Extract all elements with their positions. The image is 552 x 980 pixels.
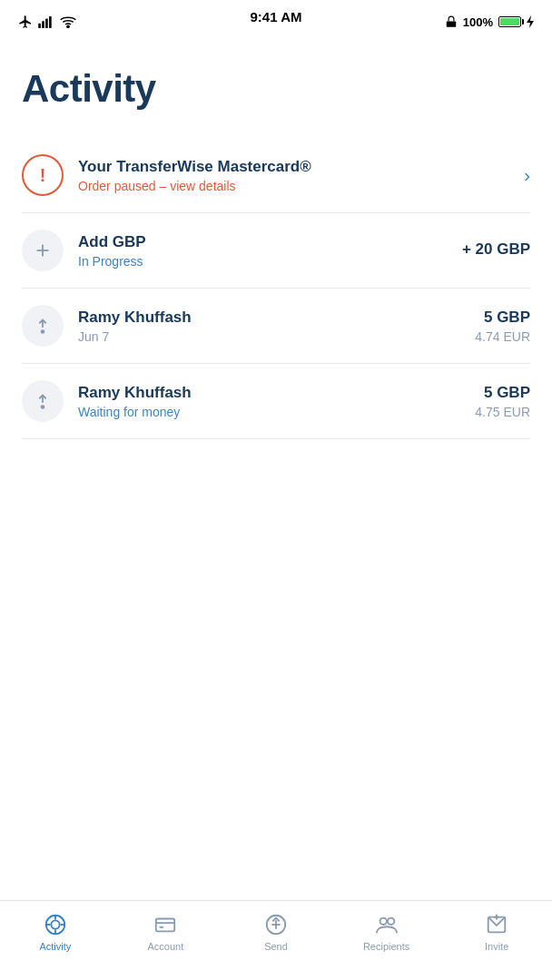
card-alert-subtitle: Order paused – view details xyxy=(78,179,515,193)
svg-rect-5 xyxy=(447,21,457,26)
plus-icon xyxy=(33,240,53,260)
transfer-tx-icon-1 xyxy=(22,305,64,347)
invite-nav-label: Invite xyxy=(485,941,508,952)
transfer-icon-2 xyxy=(33,391,53,411)
svg-rect-0 xyxy=(38,24,41,28)
tx-name-2: Ramy Khuffash xyxy=(78,384,475,402)
airplane-icon xyxy=(18,15,33,29)
tx-amounts-2: 5 GBP 4.75 EUR xyxy=(475,384,530,419)
add-tx-amounts: + 20 GBP xyxy=(462,240,530,261)
chevron-right-icon: › xyxy=(524,165,530,186)
tx-date-1: Jun 7 xyxy=(78,329,475,344)
transaction-item-2[interactable]: Ramy Khuffash Waiting for money 5 GBP 4.… xyxy=(22,364,530,439)
tx-secondary-2: 4.75 EUR xyxy=(475,405,530,419)
activity-list: ! Your TransferWise Mastercard® Order pa… xyxy=(22,138,530,439)
svg-marker-6 xyxy=(527,15,534,28)
tx-details-1: Ramy Khuffash Jun 7 xyxy=(78,309,475,344)
svg-rect-19 xyxy=(156,919,174,932)
svg-rect-2 xyxy=(45,19,48,29)
page-title: Activity xyxy=(22,67,530,111)
wifi-icon xyxy=(60,15,76,28)
add-tx-details: Add GBP In Progress xyxy=(78,233,462,269)
recipients-nav-label: Recipients xyxy=(363,941,409,952)
transaction-item[interactable]: Add GBP In Progress + 20 GBP xyxy=(22,213,530,289)
battery-percent: 100% xyxy=(463,15,493,29)
invite-nav-icon xyxy=(484,912,509,937)
svg-rect-1 xyxy=(42,21,44,28)
svg-point-25 xyxy=(380,918,386,925)
activity-nav-icon xyxy=(43,912,68,937)
send-nav-label: Send xyxy=(264,941,288,952)
signal-icon xyxy=(38,15,54,28)
nav-item-activity[interactable]: Activity xyxy=(0,910,111,952)
bottom-navigation: Activity Account Send xyxy=(0,900,552,980)
send-nav-icon xyxy=(263,912,289,937)
account-nav-icon xyxy=(153,912,178,937)
svg-rect-3 xyxy=(49,16,52,28)
tx-primary-2: 5 GBP xyxy=(475,384,530,402)
svg-point-14 xyxy=(51,920,59,928)
tx-secondary-1: 4.74 EUR xyxy=(475,329,530,344)
status-bar: 9:41 AM 100% xyxy=(0,0,552,40)
transaction-item-1[interactable]: Ramy Khuffash Jun 7 5 GBP 4.74 EUR xyxy=(22,289,530,364)
nav-item-send[interactable]: Send xyxy=(221,910,331,952)
tx-amounts-1: 5 GBP 4.74 EUR xyxy=(475,309,530,344)
nav-item-account[interactable]: Account xyxy=(111,910,222,952)
lock-icon xyxy=(445,15,458,28)
add-tx-icon xyxy=(22,230,64,271)
nav-item-invite[interactable]: Invite xyxy=(441,910,552,952)
recipients-nav-icon xyxy=(374,912,399,937)
card-alert-text: Your TransferWise Mastercard® Order paus… xyxy=(78,158,515,193)
svg-point-26 xyxy=(388,918,394,925)
add-tx-primary: + 20 GBP xyxy=(462,240,530,259)
account-nav-label: Account xyxy=(148,941,184,952)
nav-item-recipients[interactable]: Recipients xyxy=(331,910,442,952)
main-content: Activity ! Your TransferWise Mastercard®… xyxy=(0,40,552,439)
tx-primary-1: 5 GBP xyxy=(475,309,530,327)
svg-point-4 xyxy=(67,25,69,27)
charging-icon xyxy=(527,15,534,28)
tx-details-2: Ramy Khuffash Waiting for money xyxy=(78,384,475,419)
tx-name-1: Ramy Khuffash xyxy=(78,309,475,327)
card-alert-title: Your TransferWise Mastercard® xyxy=(78,158,515,176)
card-alert-item[interactable]: ! Your TransferWise Mastercard® Order pa… xyxy=(22,138,530,213)
alert-icon: ! xyxy=(22,154,64,196)
status-time: 9:41 AM xyxy=(251,9,302,24)
transfer-icon-1 xyxy=(33,316,53,336)
status-right: 100% xyxy=(445,15,534,29)
transfer-tx-icon-2 xyxy=(22,380,64,422)
battery-indicator xyxy=(498,16,521,27)
add-tx-name: Add GBP xyxy=(78,233,462,251)
svg-point-10 xyxy=(42,330,44,333)
tx-status-2: Waiting for money xyxy=(78,405,475,419)
add-tx-status: In Progress xyxy=(78,254,462,269)
status-left xyxy=(18,15,76,29)
svg-point-12 xyxy=(42,406,44,408)
activity-nav-label: Activity xyxy=(39,941,71,952)
